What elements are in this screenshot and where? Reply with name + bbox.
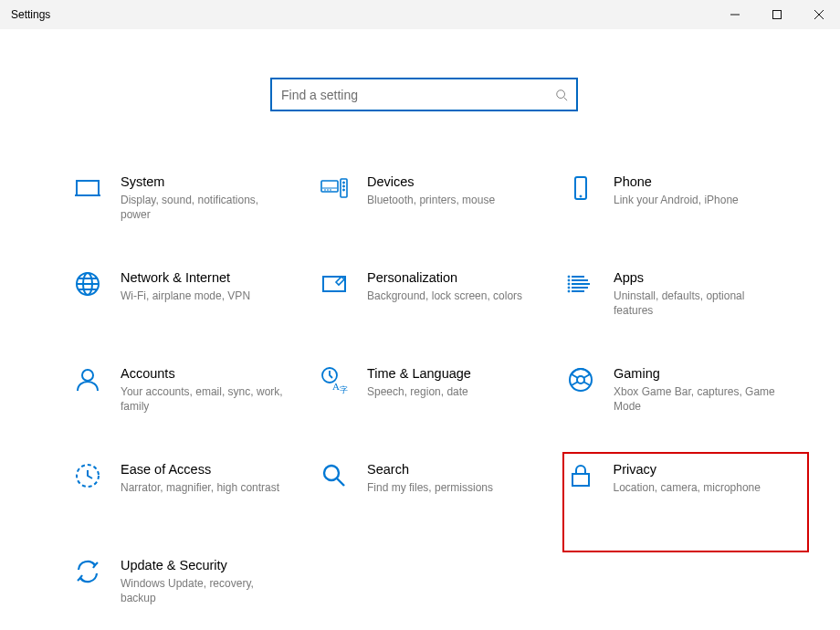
category-text: Time & LanguageSpeech, region, date [367,363,471,399]
category-text: Update & SecurityWindows Update, recover… [121,555,289,605]
close-button[interactable] [798,0,840,29]
svg-rect-2 [77,181,99,195]
maximize-button[interactable] [756,0,798,29]
category-accounts[interactable]: AccountsYour accounts, email, sync, work… [71,358,313,454]
personalization-icon [318,268,351,300]
category-text: AppsUninstall, defaults, optional featur… [614,268,782,318]
time-language-icon: A字 [318,363,351,396]
category-desc: Link your Android, iPhone [614,193,739,207]
category-title: Apps [614,268,782,288]
category-text: PrivacyLocation, camera, microphone [614,459,761,495]
minimize-button[interactable] [714,0,756,29]
category-gaming[interactable]: GamingXbox Game Bar, captures, Game Mode [564,358,806,454]
update-security-icon [71,555,104,588]
category-desc: Bluetooth, printers, mouse [367,193,495,207]
category-desc: Find my files, permissions [367,480,493,495]
category-time-language[interactable]: A字Time & LanguageSpeech, region, date [318,358,560,454]
window-controls [714,0,840,29]
svg-point-1 [557,89,565,98]
svg-text:字: 字 [340,385,348,394]
category-text: SearchFind my files, permissions [367,459,493,495]
category-title: Search [367,459,493,479]
category-system[interactable]: SystemDisplay, sound, notifications, pow… [71,166,313,262]
svg-point-14 [568,279,570,281]
category-desc: Speech, region, date [367,384,471,399]
svg-rect-26 [572,474,589,486]
category-text: PersonalizationBackground, lock screen, … [367,268,522,303]
maximize-icon [772,10,782,19]
category-title: Gaming [614,363,782,383]
category-desc: Windows Update, recovery, backup [121,576,289,605]
category-phone[interactable]: PhoneLink your Android, iPhone [564,166,806,262]
gaming-icon [564,363,597,396]
ease-of-access-icon [71,459,104,492]
category-title: Personalization [367,268,522,288]
category-desc: Location, camera, microphone [614,480,761,495]
category-title: Devices [367,172,495,192]
svg-point-9 [580,195,582,197]
svg-point-16 [568,287,570,289]
system-icon [71,172,104,205]
content-area: SystemDisplay, sound, notifications, pow… [0,29,840,630]
category-text: DevicesBluetooth, printers, mouse [367,172,495,207]
devices-icon [318,172,351,205]
category-update-security[interactable]: Update & SecurityWindows Update, recover… [71,550,313,630]
category-title: System [121,172,289,192]
svg-point-6 [343,185,345,187]
category-text: SystemDisplay, sound, notifications, pow… [121,172,289,222]
svg-rect-0 [773,11,782,19]
category-desc: Xbox Game Bar, captures, Game Mode [614,384,782,414]
category-text: GamingXbox Game Bar, captures, Game Mode [614,363,782,414]
phone-icon [564,172,597,205]
svg-text:A: A [332,381,340,392]
network-internet-icon [71,268,104,300]
category-ease-of-access[interactable]: Ease of AccessNarrator, magnifier, high … [71,454,313,550]
category-title: Time & Language [367,363,471,383]
category-desc: Background, lock screen, colors [367,289,522,303]
svg-point-13 [568,276,570,278]
category-text: AccountsYour accounts, email, sync, work… [121,363,289,414]
search-icon [547,89,576,101]
category-title: Ease of Access [121,459,279,479]
category-desc: Narrator, magnifier, high contrast [121,480,279,495]
category-apps[interactable]: AppsUninstall, defaults, optional featur… [564,262,806,358]
svg-point-18 [82,370,93,381]
svg-point-7 [343,189,345,191]
svg-point-17 [568,290,570,292]
category-devices[interactable]: DevicesBluetooth, printers, mouse [318,166,560,262]
category-title: Network & Internet [121,268,250,288]
search-input[interactable] [272,79,547,110]
svg-point-25 [324,466,339,480]
svg-point-15 [568,283,570,285]
category-text: PhoneLink your Android, iPhone [614,172,739,207]
title-bar: Settings [0,0,840,29]
category-desc: Your accounts, email, sync, work, family [121,384,289,414]
search-box[interactable] [270,78,578,111]
category-text: Network & InternetWi-Fi, airplane mode, … [121,268,250,303]
accounts-icon [71,363,104,396]
svg-point-5 [343,182,345,184]
category-text: Ease of AccessNarrator, magnifier, high … [121,459,279,495]
category-desc: Wi-Fi, airplane mode, VPN [121,289,250,303]
minimize-icon [730,10,740,19]
category-title: Privacy [614,459,761,479]
category-desc: Uninstall, defaults, optional features [614,289,782,318]
category-search[interactable]: SearchFind my files, permissions [318,454,560,550]
category-title: Update & Security [121,555,289,575]
close-icon [814,10,824,19]
privacy-icon [564,459,597,492]
window-title: Settings [11,8,50,21]
category-title: Phone [614,172,739,192]
category-privacy[interactable]: PrivacyLocation, camera, microphone [562,452,809,552]
search-icon [318,459,351,492]
category-desc: Display, sound, notifications, power [121,193,289,222]
category-title: Accounts [121,363,289,383]
apps-icon [564,268,597,300]
category-network-internet[interactable]: Network & InternetWi-Fi, airplane mode, … [71,262,313,358]
category-personalization[interactable]: PersonalizationBackground, lock screen, … [318,262,560,358]
settings-grid: SystemDisplay, sound, notifications, pow… [71,166,797,630]
